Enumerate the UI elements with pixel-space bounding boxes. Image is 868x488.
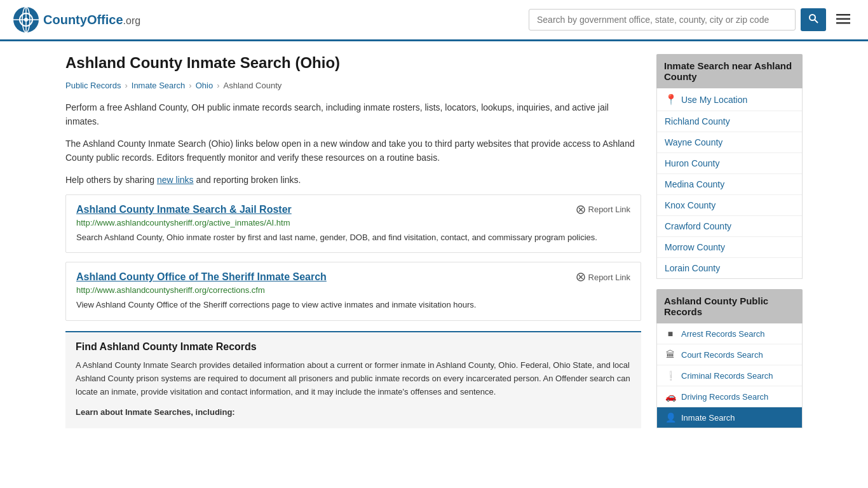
sidebar-public-records-section: Ashland County Public Records ■ Arrest R… [656,289,803,428]
find-records-section: Find Ashland County Inmate Records A Ash… [65,331,641,428]
list-item[interactable]: Crawford County [657,216,802,237]
lorain-county-link[interactable]: Lorain County [665,263,720,273]
morrow-county-link[interactable]: Morrow County [665,242,725,252]
site-header: CountyOffice.org [0,0,868,41]
driving-records-item[interactable]: 🚗 Driving Records Search [657,386,802,407]
arrest-records-link[interactable]: Arrest Records Search [681,329,765,339]
description-2: The Ashland County Inmate Search (Ohio) … [65,137,641,165]
result-item-2: Ashland County Office of The Sheriff Inm… [65,262,641,321]
menu-button[interactable] [831,9,855,30]
court-records-item[interactable]: 🏛 Court Records Search [657,344,802,365]
page-title: Ashland County Inmate Search (Ohio) [65,54,641,72]
criminal-records-item[interactable]: ❕ Criminal Records Search [657,365,802,386]
breadcrumb-sep-3: › [217,81,219,90]
breadcrumb-sep-1: › [125,81,127,90]
huron-county-link[interactable]: Huron County [665,158,719,168]
medina-county-link[interactable]: Medina County [665,179,724,189]
result-item-1: Ashland County Inmate Search & Jail Rost… [65,194,641,254]
sidebar-nearby-list: 📍 Use My Location Richland County Wayne … [656,88,803,279]
wayne-county-link[interactable]: Wayne County [665,137,722,147]
driving-records-link[interactable]: Driving Records Search [681,392,768,402]
result-desc-2: View Ashland County Office of the Sherif… [76,299,630,311]
desc3-prefix: Help others by sharing [65,175,157,185]
new-links-link[interactable]: new links [157,175,194,185]
result-header-1: Ashland County Inmate Search & Jail Rost… [76,204,630,215]
arrest-records-item[interactable]: ■ Arrest Records Search [657,323,802,344]
location-icon: 📍 [665,93,677,105]
find-records-heading: Find Ashland County Inmate Records [76,341,631,353]
logo-icon [13,6,39,33]
breadcrumb-public-records[interactable]: Public Records [65,81,121,90]
list-item[interactable]: Huron County [657,153,802,174]
result-header-2: Ashland County Office of The Sheriff Inm… [76,271,630,283]
find-records-body: A Ashland County Inmate Search provides … [76,359,631,398]
court-icon: 🏛 [665,349,676,360]
search-area [529,8,855,31]
svg-point-5 [24,18,28,22]
svg-line-7 [815,20,818,23]
svg-point-6 [810,15,815,20]
list-item[interactable]: Knox County [657,195,802,216]
inmate-search-link[interactable]: Inmate Search [681,413,735,423]
report-label-1: Report Link [588,205,630,214]
driving-icon: 🚗 [665,391,676,402]
arrest-icon: ■ [665,329,676,339]
inmate-search-item[interactable]: 👤 Inmate Search [657,407,802,428]
search-button[interactable] [801,8,826,31]
svg-rect-9 [836,18,850,20]
content-area: Ashland County Inmate Search (Ohio) Publ… [65,54,641,438]
breadcrumb-ohio[interactable]: Ohio [196,81,213,90]
report-label-2: Report Link [588,273,630,282]
sidebar: Inmate Search near Ashland County 📍 Use … [656,54,803,438]
crawford-county-link[interactable]: Crawford County [665,221,731,231]
svg-rect-10 [836,22,850,24]
result-url-1[interactable]: http://www.ashlandcountysheriff.org/acti… [76,218,630,227]
logo-area: CountyOffice.org [13,6,140,33]
use-location-item[interactable]: 📍 Use My Location [657,88,802,111]
breadcrumb: Public Records › Inmate Search › Ohio › … [65,81,641,90]
sidebar-public-records-list: ■ Arrest Records Search 🏛 Court Records … [656,323,803,428]
learn-more-title: Learn about Inmate Searches, including: [76,406,631,419]
desc3-suffix: and reporting broken links. [194,175,301,185]
description-1: Perform a free Ashland County, OH public… [65,100,641,129]
search-input[interactable] [529,9,796,30]
logo-text: CountyOffice.org [43,13,140,27]
breadcrumb-inmate-search[interactable]: Inmate Search [132,81,186,90]
result-title-1[interactable]: Ashland County Inmate Search & Jail Rost… [76,204,292,215]
inmate-icon: 👤 [665,412,676,423]
use-location-link[interactable]: Use My Location [681,95,747,105]
criminal-records-link[interactable]: Criminal Records Search [681,371,773,381]
result-desc-1: Search Ashland County, Ohio inmate roste… [76,231,630,244]
list-item[interactable]: Richland County [657,111,802,132]
breadcrumb-sep-2: › [189,81,191,90]
sidebar-nearby-header: Inmate Search near Ashland County [656,54,803,88]
report-link-1[interactable]: Report Link [576,205,630,214]
knox-county-link[interactable]: Knox County [665,200,715,210]
report-link-2[interactable]: Report Link [576,273,630,282]
sidebar-public-records-header: Ashland County Public Records [656,289,803,323]
main-wrapper: Ashland County Inmate Search (Ohio) Publ… [53,41,815,451]
list-item[interactable]: Medina County [657,174,802,195]
svg-rect-8 [836,14,850,16]
breadcrumb-current: Ashland County [223,81,281,90]
sidebar-nearby-section: Inmate Search near Ashland County 📍 Use … [656,54,803,279]
list-item[interactable]: Morrow County [657,237,802,258]
list-item[interactable]: Wayne County [657,132,802,153]
description-3: Help others by sharing new links and rep… [65,173,641,187]
richland-county-link[interactable]: Richland County [665,116,730,126]
list-item[interactable]: Lorain County [657,258,802,278]
criminal-icon: ❕ [665,370,676,381]
result-url-2[interactable]: http://www.ashlandcountysheriff.org/corr… [76,285,630,295]
court-records-link[interactable]: Court Records Search [681,350,763,360]
result-title-2[interactable]: Ashland County Office of The Sheriff Inm… [76,271,327,283]
